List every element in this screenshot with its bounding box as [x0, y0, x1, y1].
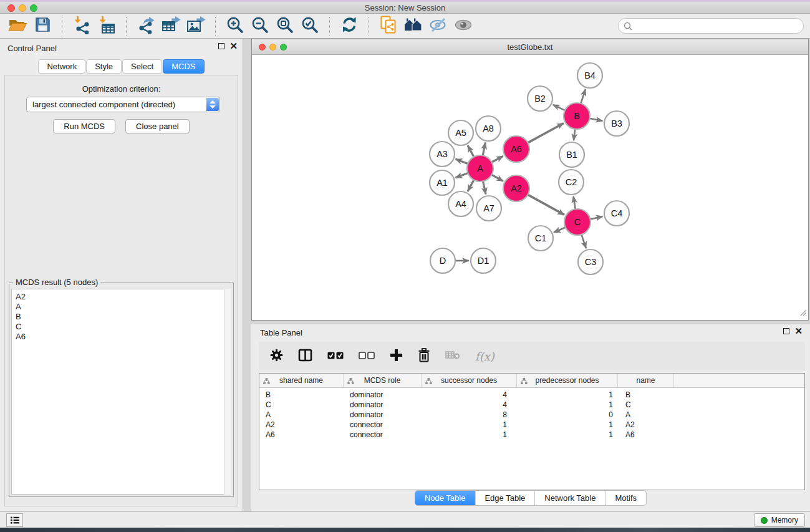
edge-A-A2[interactable] [491, 174, 503, 181]
edge-C-C2[interactable] [574, 196, 576, 211]
table-panel-float-button[interactable] [783, 328, 789, 334]
node-B3[interactable]: B3 [604, 111, 629, 136]
close-panel-button[interactable]: Close panel [125, 119, 190, 133]
table-row[interactable]: Adominator80A [259, 410, 804, 420]
node-A5[interactable]: A5 [448, 120, 473, 145]
network-canvas[interactable]: B4B2BB3A8A5A6A3B1AC2A1A2A4A7C4CC1DD1C3 [252, 56, 808, 320]
search-input[interactable] [636, 19, 798, 32]
node-D[interactable]: D [430, 248, 455, 273]
zoom-out-button[interactable] [249, 16, 271, 36]
edge-A-A1[interactable] [456, 173, 470, 178]
node-D1[interactable]: D1 [471, 248, 496, 273]
import-network-button[interactable] [70, 16, 93, 36]
delete-column-button[interactable] [418, 348, 430, 365]
column-header-shared-name[interactable]: shared name [259, 374, 344, 387]
tab-style[interactable]: Style [86, 59, 122, 74]
column-header-name[interactable]: name [618, 374, 674, 387]
node-C[interactable]: C [564, 209, 591, 235]
edge-B-B2[interactable] [553, 105, 566, 111]
table-row[interactable]: Bdominator41B [259, 390, 804, 400]
resize-grip[interactable] [799, 307, 807, 319]
svg-text:B2: B2 [534, 94, 546, 104]
export-image-button[interactable] [185, 16, 207, 36]
edge-A-A7[interactable] [483, 180, 486, 195]
result-item-c[interactable]: C [16, 322, 231, 332]
tab-node-table[interactable]: Node Table [415, 491, 475, 505]
memory-button[interactable]: Memory [754, 513, 805, 527]
hide-selected-button[interactable] [427, 16, 450, 36]
edge-A-A6[interactable] [491, 156, 503, 163]
edge-B-B4[interactable] [581, 89, 586, 105]
table-row[interactable]: Cdominator41C [259, 400, 804, 410]
edge-C-C3[interactable] [581, 233, 586, 248]
edge-A2-C[interactable] [527, 194, 564, 215]
node-A1[interactable]: A1 [430, 170, 455, 195]
save-session-button[interactable] [31, 16, 54, 36]
show-columns-button[interactable] [298, 349, 312, 364]
node-B4[interactable]: B4 [577, 63, 602, 88]
open-session-button[interactable] [6, 16, 29, 36]
show-all-button[interactable] [452, 16, 475, 36]
select-all-button[interactable] [327, 351, 344, 362]
node-A8[interactable]: A8 [476, 116, 501, 141]
edge-C-C4[interactable] [589, 216, 603, 220]
zoom-in-button[interactable] [224, 16, 246, 36]
zoom-fit-button[interactable] [274, 16, 296, 36]
node-A[interactable]: A [467, 155, 493, 181]
add-column-button[interactable] [390, 349, 403, 364]
column-header-MCDS-role[interactable]: MCDS role [344, 374, 422, 387]
table-row[interactable]: A6connector11A6 [259, 430, 804, 440]
node-A4[interactable]: A4 [448, 191, 473, 216]
export-table-button[interactable] [160, 16, 182, 36]
export-network-button[interactable] [135, 16, 157, 36]
table-row[interactable]: A2connector11A2 [259, 420, 804, 430]
run-mcds-button[interactable]: Run MCDS [53, 119, 115, 133]
table-panel-header: Table Panel ✕ [251, 324, 810, 341]
tab-network-table[interactable]: Network Table [534, 491, 605, 505]
edge-A-A8[interactable] [483, 143, 486, 157]
result-item-a6[interactable]: A6 [16, 332, 231, 342]
edge-C-C1[interactable] [554, 227, 567, 233]
result-item-b[interactable]: B [16, 312, 231, 322]
table-settings-button[interactable] [270, 349, 283, 364]
table-panel-close-button[interactable]: ✕ [794, 328, 803, 334]
node-A2[interactable]: A2 [503, 175, 529, 201]
tab-network[interactable]: Network [38, 59, 85, 74]
edge-A-A3[interactable] [456, 159, 470, 164]
node-A7[interactable]: A7 [476, 196, 501, 221]
node-A3[interactable]: A3 [430, 142, 455, 167]
node-C4[interactable]: C4 [604, 201, 629, 226]
new-session-from-network-button[interactable] [377, 16, 400, 36]
node-C2[interactable]: C2 [559, 170, 584, 195]
criterion-select[interactable]: largest connected component (directed) [26, 97, 220, 112]
task-history-button[interactable] [6, 513, 23, 527]
result-item-a2[interactable]: A2 [16, 292, 231, 302]
deselect-all-button[interactable] [359, 351, 375, 362]
control-panel-close-button[interactable]: ✕ [229, 43, 238, 49]
tab-edge-table[interactable]: Edge Table [475, 491, 534, 505]
tab-mcds[interactable]: MCDS [163, 59, 204, 74]
tab-select[interactable]: Select [122, 59, 162, 74]
control-panel-float-button[interactable] [218, 43, 224, 49]
edge-A-A5[interactable] [468, 145, 475, 158]
zoom-selected-button[interactable] [299, 16, 321, 36]
import-table-button[interactable] [95, 16, 118, 36]
column-header-successor-nodes[interactable]: successor nodes [422, 374, 517, 387]
node-B2[interactable]: B2 [528, 86, 552, 111]
function-builder-button[interactable]: f(x) [475, 350, 494, 363]
tab-motifs[interactable]: Motifs [605, 491, 646, 505]
edge-A6-B[interactable] [527, 123, 564, 143]
refresh-layout-button[interactable] [338, 16, 360, 36]
edge-B-B3[interactable] [589, 118, 603, 121]
edge-A-A4[interactable] [468, 179, 475, 191]
result-list-scrollbar[interactable] [224, 289, 231, 495]
column-header-predecessor-nodes[interactable]: predecessor nodes [517, 374, 618, 387]
delete-table-button[interactable] [445, 350, 460, 362]
node-A6[interactable]: A6 [503, 136, 529, 162]
result-item-a[interactable]: A [16, 302, 231, 312]
home-button[interactable] [402, 16, 425, 36]
node-B[interactable]: B [564, 103, 590, 129]
node-B1[interactable]: B1 [559, 142, 584, 167]
node-C3[interactable]: C3 [578, 249, 603, 274]
node-C1[interactable]: C1 [528, 226, 553, 251]
